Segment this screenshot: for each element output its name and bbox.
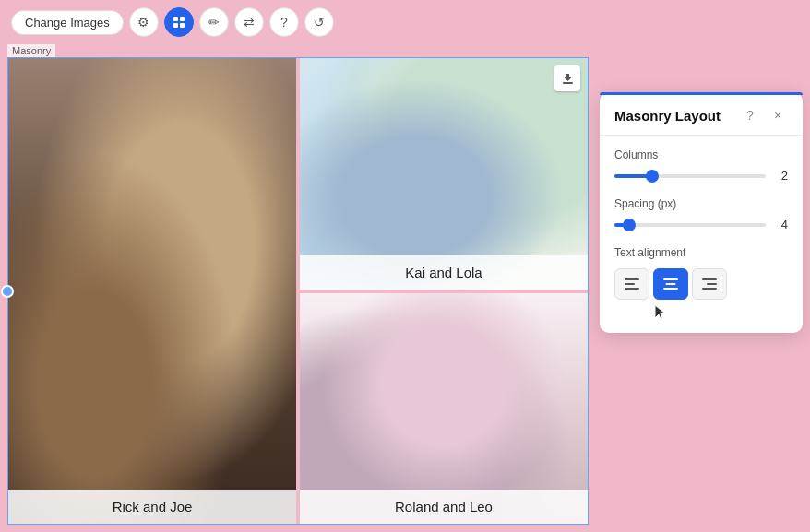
columns-value: 2 [773, 169, 788, 183]
columns-slider-row: 2 [614, 169, 788, 183]
download-button[interactable] [554, 65, 580, 91]
masonry-label: Masonry [7, 44, 55, 57]
toolbar: Change Images ⚙ ✏ ⇄ ? ↺ [0, 0, 345, 44]
spacing-slider-track[interactable] [614, 223, 766, 227]
svg-rect-8 [663, 278, 678, 280]
photo-roland-and-leo: Roland and Leo [300, 293, 588, 525]
columns-label: Columns [614, 148, 788, 161]
download-icon [562, 73, 574, 85]
masonry-layout-panel: Masonry Layout ? × Columns 2 Spacing (px… [600, 92, 803, 333]
canvas-area: Masonry Rick and Joe Kai and Lola Roland… [7, 44, 589, 525]
refresh-icon[interactable]: ↺ [304, 7, 334, 37]
settings-icon[interactable]: ⚙ [129, 7, 159, 37]
caption-roland-and-leo: Roland and Leo [300, 490, 588, 524]
help-icon[interactable]: ? [269, 7, 299, 37]
svg-rect-6 [625, 283, 635, 285]
svg-rect-0 [173, 17, 178, 21]
svg-rect-2 [173, 23, 178, 28]
masonry-grid: Rick and Joe Kai and Lola Roland and Leo [7, 57, 589, 525]
align-right-button[interactable] [692, 268, 727, 300]
align-left-button[interactable] [614, 268, 649, 300]
flip-icon[interactable]: ⇄ [234, 7, 264, 37]
panel-close-button[interactable]: × [768, 105, 788, 125]
align-right-icon [702, 278, 717, 290]
layout-grid-icon [173, 16, 185, 29]
spacing-value: 4 [773, 218, 788, 231]
align-left-icon [625, 278, 639, 290]
svg-rect-10 [663, 288, 678, 290]
svg-rect-3 [180, 23, 185, 28]
resize-handle[interactable] [1, 285, 14, 298]
align-center-button[interactable] [653, 268, 688, 300]
svg-rect-4 [563, 82, 573, 84]
panel-header-icons: ? × [740, 105, 788, 125]
spacing-label: Spacing (px) [614, 197, 788, 210]
columns-slider-thumb[interactable] [646, 170, 659, 183]
svg-rect-9 [666, 283, 676, 285]
change-images-button[interactable]: Change Images [11, 10, 124, 35]
photo-rick-and-joe: Rick and Joe [8, 58, 296, 524]
cursor-container [614, 303, 788, 320]
layout-icon[interactable] [164, 7, 194, 37]
edit-pencil-icon[interactable]: ✏ [199, 7, 229, 37]
svg-rect-5 [625, 278, 639, 280]
panel-body: Columns 2 Spacing (px) 4 Text alignment [600, 136, 803, 333]
align-buttons-group [614, 268, 788, 300]
cursor-icon [653, 303, 666, 320]
svg-rect-1 [180, 17, 185, 21]
svg-rect-11 [702, 278, 717, 280]
align-center-icon [663, 278, 678, 290]
svg-rect-7 [625, 288, 639, 290]
svg-rect-13 [702, 288, 717, 290]
photo-kai-and-lola: Kai and Lola [300, 58, 588, 290]
svg-rect-12 [707, 283, 717, 285]
text-alignment-section: Text alignment [614, 246, 788, 320]
caption-rick-and-joe: Rick and Joe [8, 490, 296, 524]
caption-kai-and-lola: Kai and Lola [300, 255, 588, 290]
panel-header: Masonry Layout ? × [600, 92, 803, 136]
panel-title: Masonry Layout [614, 108, 721, 124]
spacing-slider-thumb[interactable] [623, 219, 636, 231]
text-alignment-label: Text alignment [614, 246, 788, 259]
spacing-slider-row: 4 [614, 218, 788, 231]
panel-help-button[interactable]: ? [740, 105, 760, 125]
columns-slider-track[interactable] [614, 174, 766, 178]
